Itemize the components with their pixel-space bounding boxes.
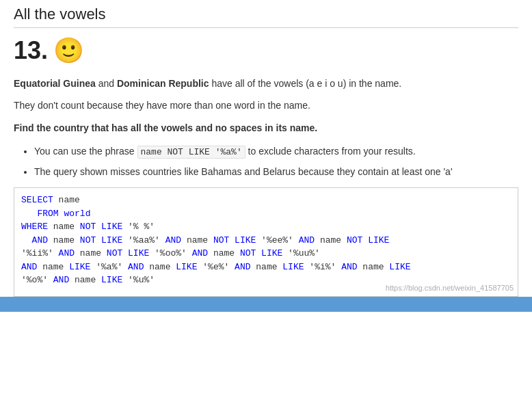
bullet1-before: You can use the phrase	[34, 146, 137, 157]
code-block[interactable]: SELECT name FROM world WHERE name NOT LI…	[14, 187, 518, 297]
challenge-text: Find the country that has all the vowels…	[14, 120, 518, 135]
description-after: have all of the vowels (a e i o u) in th…	[209, 78, 402, 89]
question-number: 13.	[14, 36, 48, 65]
title-section: All the vowels	[14, 5, 518, 28]
description-line1: Equatorial Guinea and Dominican Republic…	[14, 76, 518, 91]
description-line2: They don't count because they have more …	[14, 98, 518, 113]
bullet-list: You can use the phrase name NOT LIKE '%a…	[14, 144, 518, 179]
bullet-item-1: You can use the phrase name NOT LIKE '%a…	[34, 144, 518, 160]
and-text: and	[96, 78, 117, 89]
emoji-icon: 🙂	[53, 38, 84, 63]
watermark: https://blog.csdn.net/weixin_41587705	[386, 282, 514, 294]
question-number-row: 13. 🙂	[14, 36, 518, 65]
bullet-item-2: The query shown misses countries like Ba…	[34, 164, 518, 179]
code-inline: name NOT LIKE '%a%'	[137, 146, 245, 159]
country2: Dominican Republic	[117, 78, 209, 89]
bottom-bar	[0, 297, 532, 312]
page-title: All the vowels	[14, 5, 518, 23]
bullet1-after: to exclude characters from your results.	[245, 146, 416, 157]
page-container: All the vowels 13. 🙂 Equatorial Guinea a…	[0, 0, 532, 297]
country1: Equatorial Guinea	[14, 78, 96, 89]
